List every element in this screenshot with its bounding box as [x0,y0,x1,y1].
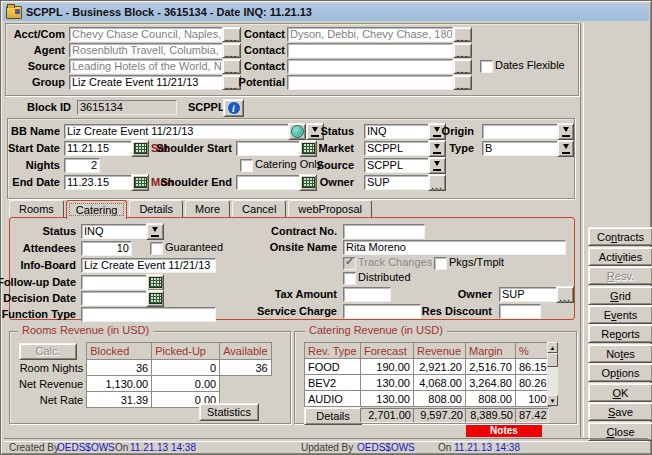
bb-name-field[interactable]: Liz Create Event 11/21/13 [64,124,290,139]
tab-cancel[interactable]: Cancel [232,200,286,218]
bb-source-field[interactable]: SCPPL [364,158,430,173]
nights-field[interactable]: 2 [64,158,100,173]
res-discount-field[interactable] [499,304,541,319]
acct-com-field[interactable]: Chevy Chase Council, Naples, [69,27,224,42]
owner-lookup-button[interactable] [428,174,446,191]
tab-more[interactable]: More [185,200,230,218]
notes-button[interactable]: Notes [588,344,652,363]
title-bar[interactable]: SCPPL - Business Block - 3615134 - Date … [3,3,649,21]
rev-type-cell[interactable]: BEV2 [305,375,361,391]
service-charge-field[interactable] [343,304,421,319]
events-button[interactable]: Events [588,305,652,324]
cat-status-field[interactable]: INQ [81,224,148,239]
origin-lov-button[interactable] [557,123,574,140]
group-field[interactable]: Liz Create Event 11/21/13 [69,75,224,90]
contact2-lookup-button[interactable] [453,43,472,58]
agent-lookup-button[interactable] [222,43,241,58]
acct-com-lookup-button[interactable] [222,27,241,42]
activities-button[interactable]: Activities [588,247,652,266]
type-lov-button[interactable] [557,140,574,157]
catering-only-checkbox[interactable] [240,159,253,172]
dates-flexible-checkbox[interactable] [480,60,493,73]
shoulder-start-field[interactable] [236,141,302,156]
blocked-cell[interactable]: 36 [87,360,152,376]
margin-cell[interactable]: 3,264.80 [466,375,516,391]
shoulder-end-calendar-button[interactable] [299,174,317,191]
percent-cell[interactable]: 86.15 [516,359,551,375]
save-button[interactable]: Save [588,402,652,421]
shoulder-end-field[interactable] [236,175,302,190]
decision-calendar-button[interactable] [146,290,164,307]
agent-field[interactable]: Rosenbluth Travell, Columbia, 1800-r [69,43,224,58]
percent-cell[interactable]: 80.26 [516,375,551,391]
tab-webproposal[interactable]: webProposal [288,200,372,218]
start-date-field[interactable]: 11.21.15 [64,141,134,156]
blocked-cell[interactable]: 1,130.00 [87,376,152,392]
end-date-calendar-button[interactable] [131,174,149,191]
available-cell[interactable]: 36 [220,360,271,376]
revenue-cell[interactable]: 4,068.00 [414,375,466,391]
decision-date-field[interactable] [81,291,148,306]
cat-owner-field[interactable]: SUP [499,287,559,302]
market-lov-button[interactable] [428,140,446,157]
contract-no-field[interactable] [343,224,425,239]
margin-cell[interactable]: 2,516.70 [466,359,516,375]
start-date-calendar-button[interactable] [131,140,149,157]
tab-details[interactable]: Details [129,200,183,218]
pkgs-tmplt-checkbox[interactable] [434,257,447,270]
attendees-field[interactable]: 10 [81,241,132,256]
function-type-field[interactable] [81,307,216,322]
onsite-name-field[interactable]: Rita Moreno [343,240,566,255]
rev-type-cell[interactable]: AUDIO [305,391,361,407]
ok-button[interactable]: OK [588,383,652,402]
revenue-cell[interactable]: 2,921.20 [414,359,466,375]
cat-owner-lookup-button[interactable] [556,286,574,303]
origin-field[interactable] [482,124,560,139]
translate-button[interactable] [288,123,306,140]
owner-field[interactable]: SUP [364,175,430,190]
reports-button[interactable]: Reports [588,324,652,343]
guaranteed-checkbox[interactable] [150,242,163,255]
picked-cell[interactable]: 0 [152,360,220,376]
blocked-cell[interactable]: 31.39 [87,392,152,408]
rev-type-cell[interactable]: FOOD [305,359,361,375]
shoulder-start-calendar-button[interactable] [299,140,317,157]
scroll-up-icon[interactable] [547,342,558,353]
scroll-down-icon[interactable] [547,395,558,406]
contact1-field[interactable]: Dyson, Debbi, Chevy Chase, 1800-123- [287,27,453,42]
picked-cell[interactable]: 0.00 [152,376,220,392]
bb-source-lov-button[interactable] [428,157,446,174]
potential-lookup-button[interactable] [453,75,472,90]
statistics-button[interactable]: Statistics [199,403,259,421]
tab-rooms[interactable]: Rooms [9,200,64,218]
margin-cell[interactable]: 808.00 [466,391,516,407]
contact1-lookup-button[interactable] [453,27,472,42]
info-board-field[interactable]: Liz Create Event 11/21/13 [81,258,216,273]
scrollbar-thumb[interactable] [547,353,558,367]
details-button[interactable]: Details [304,407,362,425]
contact2-field[interactable] [287,43,453,58]
revenue-cell[interactable]: 808.00 [414,391,466,407]
grid-button[interactable]: Grid [588,286,652,305]
forecast-cell[interactable]: 190.00 [361,359,414,375]
cat-status-lov-button[interactable] [146,223,164,240]
table-scrollbar[interactable] [547,342,558,406]
type-field[interactable]: B [482,141,560,156]
options-button[interactable]: Options [588,363,652,382]
tax-amount-field[interactable] [343,287,391,302]
property-info-button[interactable]: i [223,99,244,117]
percent-cell[interactable]: 100 [516,391,551,407]
contact3-field[interactable] [287,59,453,74]
distributed-checkbox[interactable] [343,272,356,285]
contracts-button[interactable]: Contracts [588,227,652,246]
potential-field[interactable] [287,75,453,90]
source-lookup-button[interactable] [222,59,241,74]
followup-calendar-button[interactable] [146,274,164,291]
status-field[interactable]: INQ [364,124,430,139]
forecast-cell[interactable]: 130.00 [361,375,414,391]
tab-catering[interactable]: Catering [66,200,128,219]
forecast-cell[interactable]: 130.00 [361,391,414,407]
contact3-lookup-button[interactable] [453,59,472,74]
source-field[interactable]: Leading Hotels of the World, Naples, [69,59,224,74]
market-field[interactable]: SCPPL [364,141,430,156]
